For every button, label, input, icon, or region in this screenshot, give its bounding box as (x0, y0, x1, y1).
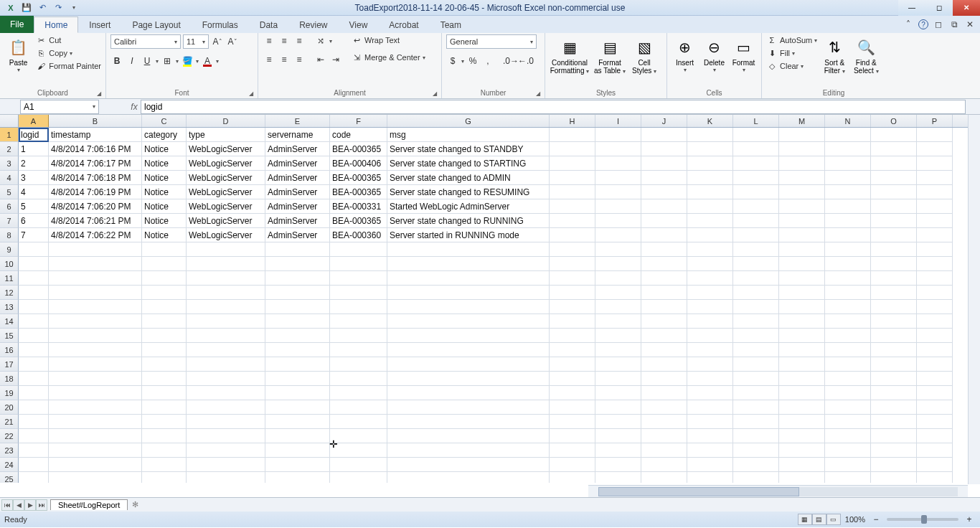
cell[interactable] (779, 228, 825, 242)
cell[interactable] (49, 429, 142, 443)
cell[interactable] (550, 357, 595, 372)
cell[interactable] (779, 300, 825, 314)
cell[interactable]: Notice (142, 142, 187, 156)
cell[interactable] (687, 386, 733, 400)
cell[interactable] (19, 300, 49, 314)
column-header-E[interactable]: E (265, 115, 330, 127)
cell[interactable] (265, 458, 330, 472)
cell[interactable] (687, 472, 733, 483)
cell[interactable] (871, 257, 917, 271)
formula-bar[interactable]: logid (141, 100, 966, 114)
dialog-launcher-icon[interactable]: ◢ (433, 90, 437, 97)
cell[interactable] (641, 329, 687, 343)
cell[interactable] (687, 185, 733, 199)
dialog-launcher-icon[interactable]: ◢ (536, 90, 540, 97)
cell[interactable] (595, 458, 641, 472)
save-icon[interactable]: 💾 (20, 1, 33, 14)
cell[interactable] (825, 228, 871, 242)
cell[interactable] (733, 228, 779, 242)
cell[interactable]: 4/8/2014 7:06:20 PM (49, 199, 142, 214)
cell[interactable] (779, 458, 825, 472)
cell[interactable]: 2 (19, 156, 49, 171)
cell[interactable] (49, 400, 142, 415)
find-select-button[interactable]: 🔍Find &Select ▾ (852, 34, 880, 75)
cell[interactable] (871, 400, 917, 415)
redo-icon[interactable]: ↷ (52, 1, 65, 14)
cell[interactable] (330, 386, 387, 400)
cell[interactable] (641, 286, 687, 300)
cell[interactable] (49, 472, 142, 483)
cell[interactable] (387, 314, 550, 329)
cell[interactable] (687, 156, 733, 171)
row-header[interactable]: 5 (0, 185, 19, 199)
cell[interactable] (550, 386, 595, 400)
zoom-out-button[interactable]: − (870, 513, 882, 526)
align-middle-button[interactable]: ≡ (278, 34, 291, 47)
cell[interactable] (733, 429, 779, 443)
cell[interactable] (687, 400, 733, 415)
maximize-button[interactable]: ◻ (925, 0, 953, 16)
cell[interactable] (917, 242, 953, 257)
cell[interactable] (825, 400, 871, 415)
cell[interactable]: WebLogicServer (187, 185, 265, 199)
cell[interactable] (49, 329, 142, 343)
cell[interactable] (733, 214, 779, 228)
row-header[interactable]: 18 (0, 372, 19, 386)
cell[interactable] (49, 271, 142, 286)
cell[interactable]: BEA-000360 (330, 228, 387, 242)
row-header[interactable]: 6 (0, 199, 19, 214)
cell[interactable] (550, 156, 595, 171)
cell[interactable] (871, 142, 917, 156)
cell[interactable] (687, 443, 733, 458)
cell[interactable] (550, 372, 595, 386)
cell[interactable] (265, 257, 330, 271)
wrap-text-button[interactable]: ↩Wrap Text (351, 34, 425, 46)
row-header[interactable]: 7 (0, 214, 19, 228)
cell[interactable] (387, 357, 550, 372)
cell[interactable] (265, 357, 330, 372)
cell[interactable] (641, 257, 687, 271)
cell[interactable] (187, 458, 265, 472)
cell[interactable] (19, 386, 49, 400)
cell[interactable] (265, 372, 330, 386)
cell[interactable] (330, 329, 387, 343)
cell[interactable] (550, 242, 595, 257)
sheet-nav-first-button[interactable]: ⏮ (1, 499, 13, 511)
cell[interactable] (779, 271, 825, 286)
help-icon[interactable]: ? (918, 19, 928, 29)
cell[interactable] (917, 400, 953, 415)
window-close2-icon[interactable]: ✕ (964, 19, 976, 30)
cell[interactable] (330, 400, 387, 415)
cell[interactable] (49, 286, 142, 300)
cell[interactable]: 4/8/2014 7:06:17 PM (49, 156, 142, 171)
cell[interactable] (595, 314, 641, 329)
cell[interactable] (871, 458, 917, 472)
cell[interactable] (641, 128, 687, 142)
cell[interactable]: WebLogicServer (187, 199, 265, 214)
cell[interactable] (187, 242, 265, 257)
cell[interactable] (49, 343, 142, 357)
cell[interactable] (825, 429, 871, 443)
cell[interactable]: 7 (19, 228, 49, 242)
cell[interactable] (733, 386, 779, 400)
cell[interactable] (265, 329, 330, 343)
row-header[interactable]: 16 (0, 343, 19, 357)
column-header-A[interactable]: A (19, 115, 49, 127)
cell[interactable] (917, 472, 953, 483)
cell[interactable] (49, 458, 142, 472)
cell[interactable]: Notice (142, 214, 187, 228)
cell[interactable] (550, 128, 595, 142)
underline-button[interactable]: U (141, 55, 154, 67)
cell[interactable]: 4 (19, 185, 49, 199)
cell[interactable] (779, 214, 825, 228)
cell[interactable] (779, 156, 825, 171)
cell[interactable]: Notice (142, 171, 187, 185)
rows-area[interactable]: 1logidtimestampcategorytypeservernamecod… (0, 128, 980, 483)
cell[interactable]: Server started in RUNNING mode (387, 228, 550, 242)
cell[interactable] (387, 286, 550, 300)
tab-acrobat[interactable]: Acrobat (378, 16, 429, 33)
decrease-indent-button[interactable]: ⇤ (314, 53, 327, 66)
cell[interactable] (265, 343, 330, 357)
cell[interactable] (917, 300, 953, 314)
column-header-M[interactable]: M (779, 115, 825, 127)
